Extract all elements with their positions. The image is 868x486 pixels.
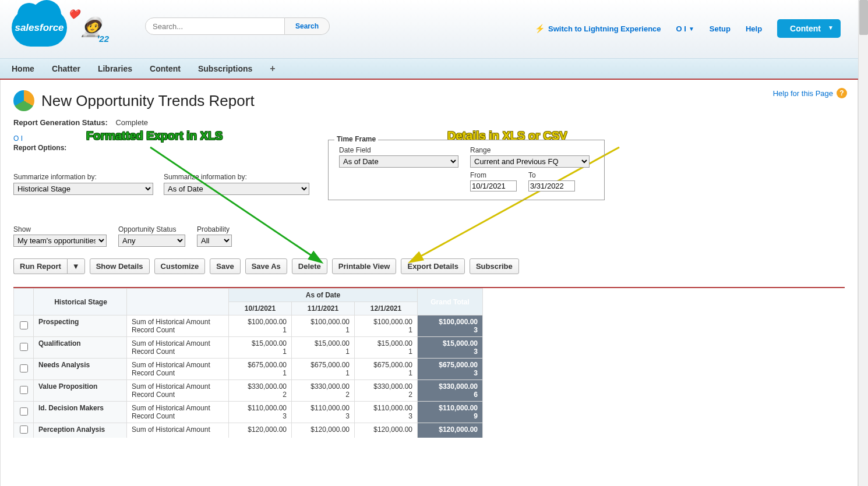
table-row: Id. Decision MakersSum of Historical Amo… (14, 402, 483, 423)
show-select[interactable]: My team's opportunities (13, 235, 107, 247)
printable-view-button[interactable]: Printable View (332, 258, 397, 274)
row-checkbox[interactable] (20, 407, 28, 416)
probability-label: Probability (197, 225, 232, 233)
vertical-scrollbar[interactable] (858, 0, 868, 486)
cell-val: $330,000.002 (355, 380, 418, 402)
cell-val: $110,000.003 (229, 402, 292, 423)
cell-stage: Prospecting (34, 315, 127, 337)
app-menu-button[interactable]: Content (777, 19, 841, 38)
table-row-cutoff: Perception AnalysisSum of Historical Amo… (14, 423, 483, 438)
range-select[interactable]: Current and Previous FQ (470, 155, 590, 168)
cell-metrics: Sum of Historical AmountRecord Count (127, 402, 229, 423)
col-stage-header[interactable]: Historical Stage (34, 289, 127, 315)
col-as-of-date-header: As of Date (229, 289, 418, 302)
global-search: Search (145, 17, 330, 35)
help-for-page-link[interactable]: Help for this Page ? (773, 88, 847, 98)
timeframe-fieldset: Time Frame Date Field As of Date Range C… (328, 140, 605, 200)
status-value: Complete (115, 118, 148, 127)
lightning-icon: ⚡ (535, 24, 545, 33)
status-row: Report Generation Status: Complete (13, 118, 845, 127)
cell-stage: Id. Decision Makers (34, 402, 127, 423)
row-checkbox[interactable] (20, 364, 28, 373)
row-checkbox[interactable] (20, 425, 28, 434)
page-title: New Opportunity Trends Report (41, 92, 255, 110)
caret-down-icon: ▼ (689, 26, 694, 32)
table-row: Needs AnalysisSum of Historical AmountRe… (14, 359, 483, 380)
cell-stage: Qualification (34, 337, 127, 359)
report-icon (13, 90, 34, 111)
cell-stage: Perception Analysis (34, 423, 127, 438)
summarize1-select[interactable]: Historical Stage (13, 183, 153, 195)
date-field-select[interactable]: As of Date (339, 155, 458, 168)
row-checkbox[interactable] (20, 321, 28, 329)
summarize2-select[interactable]: As of Date (164, 183, 309, 195)
col-date-2[interactable]: 12/1/2021 (355, 302, 418, 315)
cell-grand: $675,000.003 (418, 359, 483, 380)
scrollbar-thumb[interactable] (859, 0, 868, 35)
customize-button[interactable]: Customize (154, 258, 206, 274)
cell-val: $120,000.00 (355, 423, 418, 438)
search-button[interactable]: Search (285, 17, 330, 35)
cell-val: $15,000.001 (355, 337, 418, 359)
cell-stage: Value Proposition (34, 380, 127, 402)
show-label: Show (13, 225, 107, 233)
table-row: Value PropositionSum of Historical Amoun… (14, 380, 483, 402)
cell-val: $120,000.00 (229, 423, 292, 438)
report-table: Historical Stage As of Date Grand Total … (13, 288, 483, 438)
to-date-input[interactable] (528, 180, 575, 191)
cell-val: $15,000.001 (292, 337, 355, 359)
search-input[interactable] (145, 17, 285, 35)
run-report-menu-button[interactable]: ▼ (67, 258, 85, 274)
release-mascot: ❤️ 🧑‍🚀 '22 (74, 9, 109, 44)
save-button[interactable]: Save (210, 258, 240, 274)
salesforce-logo: salesforce (12, 9, 67, 47)
save-as-button[interactable]: Save As (245, 258, 287, 274)
user-menu[interactable]: O I▼ (676, 24, 694, 33)
nav-content[interactable]: Content (150, 64, 181, 73)
green-arrow-icon (147, 144, 334, 272)
nav-home[interactable]: Home (12, 64, 34, 73)
col-date-1[interactable]: 11/1/2021 (292, 302, 355, 315)
row-checkbox[interactable] (20, 386, 28, 394)
page-body: Help for this Page ? New Opportunity Tre… (0, 80, 858, 486)
help-link-top[interactable]: Help (746, 24, 762, 33)
cell-metrics: Sum of Historical AmountRecord Count (127, 359, 229, 380)
cell-val: $15,000.001 (229, 337, 292, 359)
setup-link[interactable]: Setup (710, 24, 731, 33)
range-label: Range (470, 146, 590, 154)
switch-lightning-link[interactable]: ⚡ Switch to Lightning Experience (535, 24, 661, 33)
from-date-input[interactable] (470, 180, 517, 191)
show-details-button[interactable]: Show Details (90, 258, 150, 274)
cell-metrics: Sum of Historical Amount (127, 423, 229, 438)
cell-grand: $330,000.006 (418, 380, 483, 402)
cell-metrics: Sum of Historical AmountRecord Count (127, 380, 229, 402)
table-row: QualificationSum of Historical AmountRec… (14, 337, 483, 359)
release-year: '22 (97, 34, 109, 44)
col-date-0[interactable]: 10/1/2021 (229, 302, 292, 315)
nav-chatter[interactable]: Chatter (52, 64, 80, 73)
summarize2-label: Summarize information by: (164, 173, 309, 181)
table-row: ProspectingSum of Historical AmountRecor… (14, 315, 483, 337)
date-field-label: Date Field (339, 146, 458, 154)
subscribe-button[interactable]: Subscribe (470, 258, 519, 274)
cell-val: $330,000.002 (229, 380, 292, 402)
export-details-button[interactable]: Export Details (401, 258, 464, 274)
nav-subscriptions[interactable]: Subscriptions (198, 64, 252, 73)
nav-libraries[interactable]: Libraries (98, 64, 132, 73)
opp-status-select[interactable]: Any (118, 235, 185, 247)
cell-val: $100,000.001 (355, 315, 418, 337)
cell-grand: $110,000.009 (418, 402, 483, 423)
nav-add-tab[interactable]: + (270, 63, 275, 74)
cell-grand: $100,000.003 (418, 315, 483, 337)
delete-button[interactable]: Delete (292, 258, 327, 274)
heart-icon: ❤️ (68, 9, 80, 20)
cell-val: $120,000.00 (292, 423, 355, 438)
run-report-button[interactable]: Run Report (13, 258, 67, 274)
cell-val: $100,000.001 (292, 315, 355, 337)
help-icon: ? (837, 88, 847, 98)
row-checkbox[interactable] (20, 343, 28, 351)
to-label: To (528, 171, 575, 179)
report-owner-link[interactable]: O I (13, 134, 23, 143)
cell-stage: Needs Analysis (34, 359, 127, 380)
probability-select[interactable]: All (197, 235, 232, 247)
